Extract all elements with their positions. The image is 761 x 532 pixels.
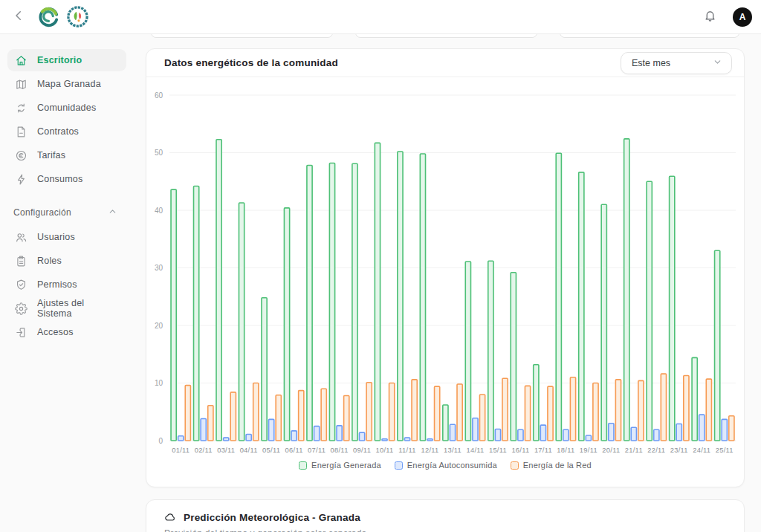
bar-11/11-series-2 (412, 380, 417, 441)
weather-card-title: Predicción Meteorológica - Granada (184, 512, 360, 523)
bar-06/11-series-1 (291, 431, 297, 441)
sidebar-item-label: Ajustes del Sistema (37, 298, 119, 319)
sidebar-item-ajustes-del-sistema[interactable]: Ajustes del Sistema (7, 297, 126, 319)
bar-19/11-series-0 (579, 172, 584, 441)
bar-16/11-series-0 (511, 273, 516, 441)
avatar[interactable]: A (733, 7, 752, 27)
clipped-card-top-3 (560, 34, 739, 38)
back-button[interactable] (9, 6, 28, 27)
bar-20/11-series-2 (615, 380, 621, 441)
sidebar-item-label: Consumos (37, 174, 82, 184)
svg-text:30: 30 (155, 264, 163, 272)
bar-09/11-series-1 (359, 432, 364, 441)
svg-text:22/11: 22/11 (647, 447, 665, 454)
bar-02/11-series-1 (201, 419, 206, 441)
bar-13/11-series-2 (457, 384, 462, 441)
svg-text:02/11: 02/11 (195, 447, 213, 454)
sidebar-section-configuracion[interactable]: Configuración (13, 207, 117, 218)
sidebar-item-permisos[interactable]: Permisos (7, 273, 126, 296)
bar-11/11-series-1 (404, 438, 409, 441)
bar-07/11-series-0 (307, 166, 312, 441)
legend-label: Energía Generada (311, 461, 381, 470)
energy-card-header: Datos energéticos de la comunidad Este m… (146, 49, 744, 77)
legend-label: Energía Autoconsumida (407, 461, 497, 470)
bar-14/11-series-2 (479, 395, 485, 441)
chevron-down-icon (713, 57, 722, 69)
sidebar-item-usuarios[interactable]: Usuarios (7, 226, 126, 248)
main-content: Datos energéticos de la comunidad Este m… (140, 34, 761, 532)
sidebar-item-escritorio[interactable]: Escritorio (7, 49, 126, 71)
bar-25/11-series-1 (722, 419, 727, 441)
bar-25/11-series-0 (715, 250, 720, 441)
sidebar-item-comunidades[interactable]: Comunidades (7, 97, 126, 119)
svg-text:04/11: 04/11 (240, 447, 258, 454)
bar-12/11-series-2 (435, 386, 440, 441)
bar-24/11-series-1 (699, 415, 705, 441)
sidebar-item-contratos[interactable]: Contratos (7, 120, 126, 143)
bar-16/11-series-1 (518, 429, 523, 441)
bar-12/11-series-1 (427, 439, 433, 441)
bar-15/11-series-2 (502, 378, 508, 441)
legend-item-0[interactable]: Energía Generada (299, 461, 381, 470)
bar-09/11-series-2 (366, 383, 372, 441)
svg-text:01/11: 01/11 (172, 447, 190, 454)
bar-19/11-series-1 (586, 435, 591, 441)
sidebar-section-label: Configuración (13, 207, 71, 218)
svg-text:05/11: 05/11 (262, 447, 280, 454)
bar-24/11-series-0 (692, 357, 697, 441)
bar-20/11-series-0 (601, 204, 606, 441)
notifications-button[interactable] (701, 7, 719, 27)
period-select[interactable]: Este mes (621, 52, 732, 74)
bar-14/11-series-0 (465, 262, 470, 441)
energy-data-card: Datos energéticos de la comunidad Este m… (146, 48, 745, 487)
energy-bar-chart: 010203040506001/1102/1103/1104/1105/1106… (146, 77, 744, 470)
bar-22/11-series-2 (661, 374, 666, 441)
sidebar-item-tarifas[interactable]: Tarifas (7, 144, 126, 166)
weather-card-header: Predicción Meteorológica - Granada (164, 511, 726, 523)
map-icon (15, 78, 27, 91)
svg-text:25/11: 25/11 (716, 447, 734, 454)
legend-swatch-icon (511, 461, 519, 470)
sidebar-item-label: Mapa Granada (37, 79, 101, 89)
svg-text:09/11: 09/11 (353, 447, 371, 454)
bar-17/11-series-1 (540, 425, 545, 441)
energy-card-title: Datos energéticos de la comunidad (164, 57, 338, 68)
bar-18/11-series-0 (556, 153, 561, 441)
legend-item-2[interactable]: Energía de la Red (511, 461, 592, 470)
bar-10/11-series-2 (389, 383, 395, 441)
sidebar-item-label: Contratos (37, 126, 79, 137)
bar-04/11-series-1 (246, 434, 251, 441)
bar-17/11-series-2 (548, 386, 553, 441)
weather-card-subtitle: Previsión del tiempo y generación solar … (164, 528, 726, 532)
home-icon (15, 54, 27, 67)
bar-22/11-series-1 (654, 429, 659, 441)
svg-text:20: 20 (155, 322, 163, 330)
bar-05/11-series-1 (269, 419, 274, 441)
bar-15/11-series-1 (495, 429, 500, 441)
bar-23/11-series-2 (684, 375, 689, 441)
svg-text:40: 40 (155, 207, 163, 215)
bar-02/11-series-0 (194, 186, 199, 441)
sidebar-item-label: Tarifas (37, 150, 65, 160)
bar-08/11-series-0 (329, 163, 334, 441)
bar-04/11-series-2 (253, 383, 259, 441)
sidebar-item-accesos[interactable]: Accesos (7, 321, 126, 343)
euro-icon (15, 149, 27, 162)
bar-20/11-series-1 (609, 424, 614, 441)
svg-text:08/11: 08/11 (331, 447, 349, 454)
svg-text:16/11: 16/11 (511, 447, 529, 454)
weather-card: Predicción Meteorológica - Granada Previ… (146, 499, 745, 532)
legend-item-1[interactable]: Energía Autoconsumida (395, 461, 497, 470)
sidebar-item-label: Comunidades (37, 103, 96, 113)
bar-10/11-series-0 (375, 143, 380, 441)
bar-07/11-series-1 (314, 426, 320, 441)
bar-16/11-series-2 (525, 386, 530, 441)
sidebar-item-roles[interactable]: Roles (7, 250, 126, 272)
sidebar-item-consumos[interactable]: Consumos (7, 168, 126, 190)
svg-text:60: 60 (155, 91, 163, 100)
bar-06/11-series-0 (284, 208, 289, 441)
sidebar-item-mapa-granada[interactable]: Mapa Granada (7, 73, 126, 95)
sidebar-item-label: Roles (37, 256, 62, 266)
svg-text:11/11: 11/11 (398, 447, 415, 454)
document-icon (15, 126, 27, 138)
